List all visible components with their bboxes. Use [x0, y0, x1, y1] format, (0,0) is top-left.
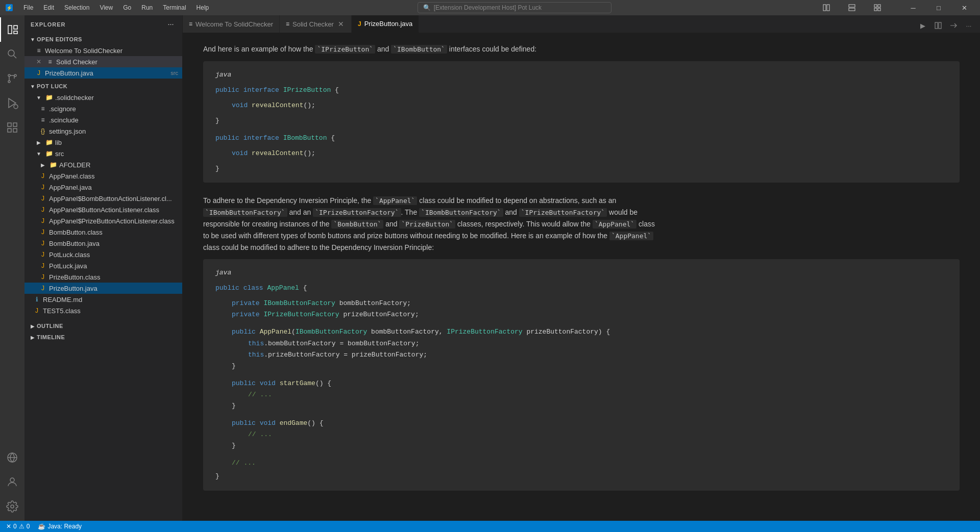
- potluck-java-file[interactable]: J PotLuck.java: [24, 260, 182, 271]
- menu-view[interactable]: View: [94, 0, 118, 15]
- tab-solidchecker[interactable]: ≡ Solid Checker ✕: [280, 15, 352, 33]
- menu-file[interactable]: File: [18, 0, 38, 15]
- bombbutton-java-label: BombButton.java: [49, 240, 182, 247]
- open-editor-welcome[interactable]: ≡ Welcome To SolidChecker: [24, 45, 182, 56]
- solidchecker-folder[interactable]: ▼ 📁 .solidchecker: [24, 92, 182, 103]
- split-editor-btn[interactable]: [840, 0, 864, 15]
- outline-header[interactable]: ▶ OUTLINE: [24, 320, 182, 332]
- customize-layout-btn[interactable]: [866, 0, 889, 15]
- activity-extensions[interactable]: [0, 115, 24, 140]
- activity-search[interactable]: [0, 42, 24, 66]
- open-changes-btn[interactable]: [946, 18, 961, 33]
- menu-edit[interactable]: Edit: [38, 0, 59, 15]
- close-btn[interactable]: ✕: [952, 0, 976, 15]
- close-solidchecker-btn[interactable]: ✕: [35, 58, 43, 66]
- status-errors[interactable]: ✕ 0 ⚠ 0: [4, 523, 32, 530]
- more-actions-btn[interactable]: ···: [166, 19, 176, 30]
- split-right-btn[interactable]: [931, 18, 945, 33]
- bombbutton-java-file[interactable]: J BombButton.java: [24, 238, 182, 249]
- menu-help[interactable]: Help: [191, 0, 214, 15]
- editor-content[interactable]: And here is an example of how the `IPriz…: [183, 33, 980, 521]
- tab-solidchecker-icon: ≡: [286, 20, 289, 28]
- svg-rect-25: [935, 22, 938, 29]
- svg-text:⚡: ⚡: [6, 5, 13, 11]
- bombbutton-java-icon: J: [39, 239, 47, 247]
- readme-file[interactable]: ℹ README.md: [24, 294, 182, 305]
- timeline-header[interactable]: ▶ TIMELINE: [24, 332, 182, 343]
- activity-settings[interactable]: [0, 494, 24, 519]
- apppanel-button-file[interactable]: J AppPanel$ButtonActionListener.class: [24, 204, 182, 215]
- svg-rect-9: [878, 8, 880, 11]
- menu-go[interactable]: Go: [118, 0, 136, 15]
- open-editors-header[interactable]: ▼ OPEN EDITORS: [24, 34, 182, 45]
- potluck-label: POT LUCK: [37, 83, 67, 89]
- scignore-icon: ≡: [39, 105, 47, 113]
- prizebutton-java-file[interactable]: J PrizeButton.java: [24, 283, 182, 294]
- activity-run-debug[interactable]: [0, 91, 24, 115]
- iprizebutton-code: `IPrizeButton`: [315, 45, 375, 54]
- open-editor-solidchecker[interactable]: ✕ ≡ Solid Checker: [24, 56, 182, 67]
- potluck-java-icon: J: [39, 262, 47, 270]
- more-tabs-btn[interactable]: ···: [962, 18, 976, 33]
- search-box[interactable]: 🔍 [Extension Development Host] Pot Luck: [418, 2, 611, 13]
- status-java[interactable]: ☕ Java: Ready: [36, 523, 84, 530]
- apppanel-bomb-file[interactable]: J AppPanel$BombButtonActionListener.cl..…: [24, 193, 182, 204]
- outline-label: OUTLINE: [37, 323, 63, 329]
- prizebutton-class-file[interactable]: J PrizeButton.class: [24, 271, 182, 283]
- layout-panel-btn[interactable]: [815, 0, 838, 15]
- potluck-arrow: ▼: [29, 82, 37, 90]
- dependency-inversion-paragraph: To adhere to the Dependency Inversion Pr…: [203, 195, 663, 253]
- code-line: }: [215, 400, 947, 412]
- settings-json-file[interactable]: {} settings.json: [24, 125, 182, 137]
- run-btn[interactable]: ▶: [916, 18, 930, 33]
- menu-terminal[interactable]: Terminal: [158, 0, 191, 15]
- src-folder[interactable]: ▼ 📁 src: [24, 148, 182, 159]
- code-line: public interface IBombButton {: [215, 133, 947, 144]
- apppanel-java-file[interactable]: J AppPanel.java: [24, 182, 182, 193]
- search-icon: 🔍: [423, 4, 431, 11]
- code-line: void revealContent();: [215, 148, 947, 159]
- apppanel-class-label: AppPanel.class: [49, 172, 182, 180]
- potluck-class-icon: J: [39, 250, 47, 259]
- sidebar-title-label: EXPLORER: [31, 21, 66, 28]
- bombbutton-class-file[interactable]: J BombButton.class: [24, 226, 182, 238]
- scinclude-file[interactable]: ≡ .scinclude: [24, 114, 182, 125]
- menu-selection[interactable]: Selection: [59, 0, 94, 15]
- scignore-file[interactable]: ≡ .scignore: [24, 103, 182, 114]
- tab-welcome[interactable]: ≡ Welcome To SolidChecker: [183, 15, 280, 33]
- test5-icon: J: [33, 307, 41, 315]
- search-area: 🔍 [Extension Development Host] Pot Luck: [214, 2, 815, 13]
- apppanel-class-file[interactable]: J AppPanel.class: [24, 170, 182, 182]
- tab-solidchecker-close[interactable]: ✕: [337, 20, 345, 28]
- apppanel-prize-file[interactable]: J AppPanel$PrizeButtonActionListener.cla…: [24, 215, 182, 226]
- open-editor-prizebuttonjava[interactable]: J PrizeButton.java src: [24, 67, 182, 79]
- open-editor-welcome-label: Welcome To SolidChecker: [45, 47, 182, 55]
- menu-run[interactable]: Run: [136, 0, 158, 15]
- apppanel-prize-label: AppPanel$PrizeButtonActionListener.class: [49, 217, 182, 225]
- tab-prizebuttonjava[interactable]: J PrizeButton.java: [352, 15, 419, 33]
- activity-source-control[interactable]: [0, 66, 24, 91]
- solidchecker-folder-label: .solidchecker: [55, 94, 182, 102]
- potluck-header[interactable]: ▼ POT LUCK: [24, 81, 182, 92]
- open-editors-arrow: ▼: [29, 35, 37, 43]
- src-folder-label: src: [55, 150, 182, 158]
- code-line: }: [215, 361, 947, 372]
- lib-folder[interactable]: ▶ 📁 lib: [24, 137, 182, 148]
- sidebar-title: EXPLORER ···: [24, 15, 182, 34]
- file-icon: ≡: [35, 46, 43, 55]
- maximize-btn[interactable]: □: [927, 0, 950, 15]
- potluck-class-file[interactable]: J PotLuck.class: [24, 249, 182, 260]
- activity-explorer[interactable]: [0, 17, 24, 42]
- code-line: }: [215, 440, 947, 451]
- search-text: [Extension Development Host] Pot Luck: [434, 4, 542, 11]
- main-layout: EXPLORER ··· ▼ OPEN EDITORS ≡ Welcome To…: [0, 15, 980, 521]
- code-lang-2: java: [215, 267, 947, 278]
- code-line: // ...: [215, 429, 947, 440]
- afolder-item[interactable]: ▶ 📁 AFOLDER: [24, 159, 182, 170]
- lib-folder-icon: 📁: [45, 138, 53, 146]
- test5-class-file[interactable]: J TEST5.class: [24, 305, 182, 316]
- tab-welcome-label: Welcome To SolidChecker: [195, 20, 273, 28]
- activity-accounts[interactable]: [0, 470, 24, 494]
- minimize-btn[interactable]: ─: [901, 0, 925, 15]
- activity-remote-explorer[interactable]: [0, 445, 24, 470]
